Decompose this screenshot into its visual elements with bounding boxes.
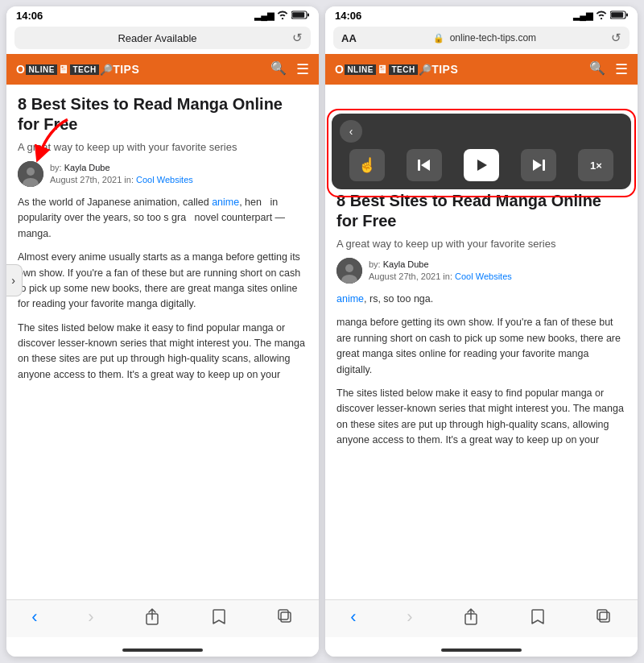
audio-prev-button[interactable] — [407, 149, 442, 181]
left-time: 14:06 — [16, 10, 43, 22]
left-date: August 27th, 2021 in: — [50, 175, 134, 184]
right-avatar — [336, 258, 362, 284]
svg-rect-1 — [292, 12, 304, 18]
right-article-body: anime, rs, so too nga. manga before gett… — [336, 292, 626, 448]
right-body-p1: anime, rs, so too nga. — [336, 292, 626, 307]
right-back-btn[interactable]: ‹ — [350, 607, 356, 628]
logo-dash: 🖥 — [58, 63, 70, 76]
svg-rect-2 — [308, 14, 309, 17]
right-reload-icon[interactable]: ↺ — [611, 31, 621, 45]
left-status-bar: 14:06 ▂▄▆ — [6, 6, 319, 23]
right-logo-box1: NLINE — [345, 64, 376, 75]
audio-controls: ☝ 1× — [340, 149, 623, 181]
svg-marker-14 — [421, 160, 430, 171]
right-share-btn[interactable] — [463, 608, 479, 626]
right-menu-icon[interactable]: ☰ — [615, 60, 628, 78]
right-status-icons: ▂▄▆ — [573, 10, 628, 21]
search-icon[interactable]: 🔍 — [270, 60, 287, 78]
right-bottom-nav: ‹ › — [325, 599, 638, 637]
svg-rect-13 — [418, 160, 420, 171]
right-lock-icon: 🔒 — [433, 33, 444, 44]
audio-speed-button[interactable]: 1× — [578, 149, 613, 181]
left-author-name: Kayla Dube — [64, 163, 110, 172]
right-logo-o: O — [335, 63, 344, 76]
right-bookmarks-btn[interactable] — [530, 608, 546, 626]
right-article-title: 8 Best Sites to Read Manga Online for Fr… — [336, 191, 626, 231]
right-forward-btn[interactable]: › — [407, 607, 412, 628]
left-tabs-btn[interactable] — [278, 609, 294, 625]
wifi-icon — [277, 10, 288, 21]
right-category-link[interactable]: Cool Websites — [455, 271, 512, 281]
left-bottom-nav: ‹ › — [6, 599, 319, 637]
right-phone: 14:06 ▂▄▆ AA 🔒 online-tech-tips.com ↺ — [325, 6, 638, 657]
svg-rect-8 — [281, 612, 291, 622]
right-url-bar[interactable]: AA 🔒 online-tech-tips.com ↺ — [333, 27, 630, 49]
left-body-p2: Almost every anime usually starts as a m… — [18, 250, 308, 313]
svg-rect-16 — [543, 160, 545, 171]
right-audio-player[interactable]: ‹ ☝ 1× — [332, 114, 631, 189]
left-phone: 14:06 ▂▄▆ Reader Available ↺ ONLINE🖥TECH… — [6, 6, 319, 657]
left-reload-icon[interactable]: ↺ — [292, 31, 303, 45]
left-category-link[interactable]: Cool Websites — [136, 175, 193, 184]
right-logo-icon: 🔎 — [419, 64, 432, 76]
right-author-name: Kayla Dube — [383, 259, 429, 269]
right-search-icon[interactable]: 🔍 — [589, 60, 605, 78]
logo-o: O — [16, 63, 25, 76]
anime-link[interactable]: anime — [212, 197, 239, 208]
right-body-p3: The sites listed below make it easy to f… — [336, 386, 626, 449]
right-status-bar: 14:06 ▂▄▆ — [325, 6, 638, 23]
signal-icon: ▂▄▆ — [254, 10, 274, 21]
logo-box1: NLINE — [26, 64, 57, 75]
right-author-info: by: Kayla Dube August 27th, 2021 in: Coo… — [369, 259, 512, 284]
left-nav-icons: 🔍 ☰ — [270, 60, 309, 78]
svg-point-5 — [27, 168, 35, 176]
left-forward-btn[interactable]: › — [88, 607, 93, 628]
right-author-row: by: Kayla Dube August 27th, 2021 in: Coo… — [336, 258, 626, 284]
logo-icon: 🔎 — [100, 64, 114, 76]
right-article-content: ‹ ☝ 1× — [325, 85, 638, 599]
battery-icon — [291, 10, 309, 21]
logo-box2: TECH — [70, 64, 98, 75]
right-home-indicator — [325, 637, 638, 657]
left-article-body: As the world of Japanese animation, call… — [18, 195, 308, 383]
right-home-bar — [441, 648, 522, 652]
menu-icon[interactable]: ☰ — [296, 60, 309, 78]
audio-next-button[interactable] — [521, 149, 556, 181]
svg-point-19 — [345, 264, 353, 272]
svg-rect-12 — [626, 14, 628, 17]
right-site-nav: ONLINE🖥TECH🔎TIPS 🔍 ☰ — [325, 54, 638, 85]
svg-rect-23 — [597, 610, 607, 619]
left-logo: ONLINE🖥TECH🔎TIPS — [16, 63, 139, 76]
right-logo-tips: TIPS — [431, 63, 458, 76]
left-address-bar[interactable]: Reader Available ↺ — [6, 23, 319, 54]
right-author-by: by: — [369, 259, 383, 269]
right-anime-link[interactable]: anime — [336, 293, 364, 305]
right-signal-icon: ▂▄▆ — [573, 10, 592, 21]
left-url-bar[interactable]: Reader Available ↺ — [14, 27, 311, 49]
right-body-p2: manga before getting its own show. If yo… — [336, 315, 626, 378]
right-address-bar[interactable]: AA 🔒 online-tech-tips.com ↺ — [325, 23, 638, 54]
svg-marker-17 — [533, 160, 542, 171]
left-bookmarks-btn[interactable] — [211, 608, 227, 626]
left-article-content: › 8 Best Sites to Read Manga Online for … — [6, 85, 319, 599]
left-status-icons: ▂▄▆ — [254, 10, 309, 21]
right-aa-label[interactable]: AA — [341, 32, 357, 44]
audio-play-button[interactable] — [464, 149, 499, 181]
audio-player-top: ‹ — [340, 120, 623, 143]
right-date: August 27th, 2021 in: — [369, 271, 452, 281]
left-share-btn[interactable] — [144, 608, 160, 626]
left-swipe-hint[interactable]: › — [6, 264, 23, 296]
left-body-p3: The sites listed below make it easy to f… — [18, 321, 308, 383]
left-site-nav: ONLINE🖥TECH🔎TIPS 🔍 ☰ — [6, 54, 319, 85]
svg-rect-11 — [611, 12, 623, 18]
logo-tips: TIPS — [113, 63, 139, 76]
audio-back-button[interactable]: ‹ — [340, 120, 362, 143]
audio-hand-button[interactable]: ☝ — [349, 149, 385, 181]
left-back-btn[interactable]: ‹ — [31, 607, 37, 628]
left-body-p1: As the world of Japanese animation, call… — [18, 195, 308, 242]
svg-marker-15 — [477, 160, 487, 171]
svg-rect-22 — [600, 612, 609, 622]
left-reader-available: Reader Available — [23, 32, 292, 44]
right-tabs-btn[interactable] — [597, 609, 613, 625]
right-article-subtitle: A great way to keep up with your favorit… — [336, 238, 626, 250]
